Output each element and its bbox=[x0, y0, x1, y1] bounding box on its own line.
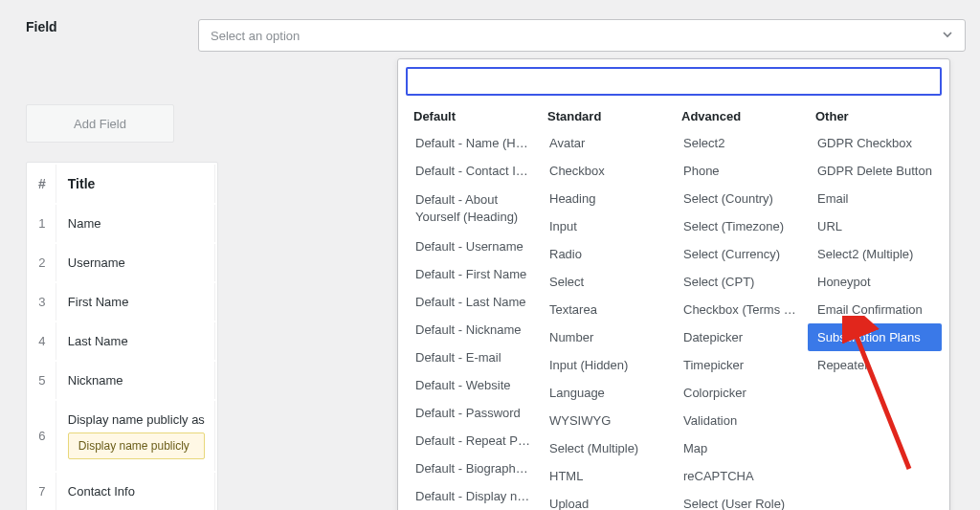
table-row[interactable]: 4Last Name bbox=[29, 322, 215, 360]
dropdown-group-default: Default bbox=[406, 105, 540, 129]
dropdown-option[interactable]: Select (Currency) bbox=[674, 240, 808, 268]
dropdown-option[interactable]: Honeypot bbox=[808, 268, 942, 296]
row-number: 6 bbox=[29, 401, 56, 471]
dropdown-option[interactable]: Select2 bbox=[674, 129, 808, 157]
chevron-down-icon bbox=[942, 29, 953, 43]
dropdown-option[interactable]: Default - Password bbox=[406, 399, 540, 427]
dropdown-option[interactable]: Heading bbox=[540, 185, 674, 212]
table-head-num: # bbox=[29, 165, 56, 203]
table-row[interactable]: 6Display name publicly asDisplay name pu… bbox=[29, 401, 215, 471]
dropdown-option[interactable]: Colorpicker bbox=[674, 379, 808, 407]
dropdown-option[interactable]: Default - Name (Heading) bbox=[406, 129, 540, 157]
dropdown-option[interactable]: Radio bbox=[540, 240, 674, 268]
row-title: Username bbox=[58, 244, 215, 281]
dropdown-option[interactable]: Default - Last Name bbox=[406, 288, 540, 316]
row-title: Display name publicly asDisplay name pub… bbox=[58, 401, 215, 471]
fields-table: # Title 1Name2Username3First Name4Last N… bbox=[26, 162, 218, 510]
dropdown-option[interactable]: Subscription Plans bbox=[808, 323, 942, 351]
dropdown-option[interactable]: Email Confirmation bbox=[808, 296, 942, 323]
dropdown-option[interactable]: Phone bbox=[674, 157, 808, 185]
row-title: Name bbox=[58, 205, 215, 242]
dropdown-option[interactable]: Select2 (Multiple) bbox=[808, 240, 942, 268]
row-number: 1 bbox=[29, 205, 56, 242]
dropdown-option[interactable]: Checkbox (Terms and Conditions) bbox=[674, 296, 808, 323]
row-warning: Display name publicly bbox=[68, 432, 205, 459]
dropdown-option[interactable]: Default - Nickname bbox=[406, 316, 540, 344]
row-title: First Name bbox=[58, 283, 215, 321]
add-field-button[interactable]: Add Field bbox=[26, 104, 174, 143]
dropdown-option[interactable]: Select (CPT) bbox=[674, 268, 808, 296]
dropdown-option[interactable]: reCAPTCHA bbox=[674, 462, 808, 490]
dropdown-option[interactable]: Select (Timezone) bbox=[674, 212, 808, 240]
dropdown-option[interactable]: Select bbox=[540, 268, 674, 296]
row-title: Contact Info bbox=[58, 473, 215, 510]
dropdown-option[interactable]: Datepicker bbox=[674, 323, 808, 351]
dropdown-option[interactable]: Select (User Role) bbox=[674, 490, 808, 510]
dropdown-option[interactable]: Input bbox=[540, 212, 674, 240]
table-head-title: Title bbox=[58, 165, 215, 203]
field-select-trigger[interactable]: Select an option DefaultDefault - Name (… bbox=[198, 19, 966, 52]
table-row[interactable]: 3First Name bbox=[29, 283, 215, 321]
dropdown-option[interactable]: HTML bbox=[540, 462, 674, 490]
dropdown-option[interactable]: Validation bbox=[674, 407, 808, 434]
select-placeholder: Select an option bbox=[211, 29, 300, 43]
dropdown-option[interactable]: Avatar bbox=[540, 129, 674, 157]
table-row[interactable]: 1Name bbox=[29, 205, 215, 242]
dropdown-option[interactable]: Default - Website bbox=[406, 371, 540, 399]
dropdown-group-advanced: Advanced bbox=[674, 105, 808, 129]
dropdown-option[interactable]: Default - Contact Info (Heading) bbox=[406, 157, 540, 185]
dropdown-option[interactable]: Default - About Yourself (Heading) bbox=[406, 185, 540, 233]
dropdown-option[interactable]: Default - Repeat Password bbox=[406, 427, 540, 455]
dropdown-option[interactable]: Default - Display name publicly as bbox=[406, 482, 540, 510]
row-title: Nickname bbox=[58, 362, 215, 399]
dropdown-option[interactable]: Select (Country) bbox=[674, 185, 808, 212]
dropdown-option[interactable]: Checkbox bbox=[540, 157, 674, 185]
table-row[interactable]: 2Username bbox=[29, 244, 215, 281]
dropdown-option[interactable]: WYSIWYG bbox=[540, 407, 674, 434]
field-select-dropdown: DefaultDefault - Name (Heading)Default -… bbox=[397, 58, 950, 510]
row-number: 4 bbox=[29, 322, 56, 360]
row-number: 5 bbox=[29, 362, 56, 399]
dropdown-option[interactable]: Textarea bbox=[540, 296, 674, 323]
dropdown-option[interactable]: Default - Biographical Info bbox=[406, 455, 540, 482]
row-number: 3 bbox=[29, 283, 56, 321]
dropdown-option[interactable]: Default - First Name bbox=[406, 260, 540, 288]
dropdown-option[interactable]: Select (Multiple) bbox=[540, 434, 674, 462]
dropdown-option[interactable]: Input (Hidden) bbox=[540, 351, 674, 379]
dropdown-option[interactable]: URL bbox=[808, 212, 942, 240]
dropdown-option[interactable]: Default - E-mail bbox=[406, 344, 540, 371]
dropdown-option[interactable]: GDPR Checkbox bbox=[808, 129, 942, 157]
dropdown-option[interactable]: Timepicker bbox=[674, 351, 808, 379]
dropdown-option[interactable]: Upload bbox=[540, 490, 674, 510]
dropdown-search-input[interactable] bbox=[406, 67, 942, 96]
dropdown-group-other: Other bbox=[808, 105, 942, 129]
dropdown-option[interactable]: Map bbox=[674, 434, 808, 462]
dropdown-group-standard: Standard bbox=[540, 105, 674, 129]
dropdown-option[interactable]: GDPR Delete Button bbox=[808, 157, 942, 185]
dropdown-option[interactable]: Language bbox=[540, 379, 674, 407]
dropdown-option[interactable]: Number bbox=[540, 323, 674, 351]
row-number: 2 bbox=[29, 244, 56, 281]
dropdown-option[interactable]: Repeater bbox=[808, 351, 942, 379]
row-title: Last Name bbox=[58, 322, 215, 360]
table-row[interactable]: 7Contact Info bbox=[29, 473, 215, 510]
field-label: Field bbox=[11, 19, 198, 34]
row-number: 7 bbox=[29, 473, 56, 510]
dropdown-option[interactable]: Default - Username bbox=[406, 233, 540, 260]
dropdown-option[interactable]: Email bbox=[808, 185, 942, 212]
table-row[interactable]: 5Nickname bbox=[29, 362, 215, 399]
